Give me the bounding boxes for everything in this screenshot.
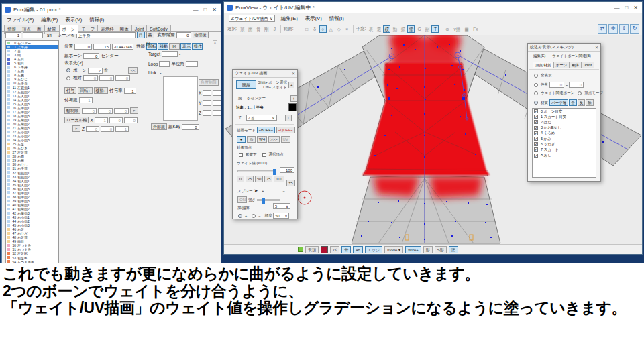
quick-weight-button[interactable]: 0 [237, 176, 244, 182]
bone-list-scrollbar[interactable]: ˄ [213, 40, 217, 263]
bone-list[interactable]: 0 センター 1 上半身 2 首 3 頭 4 左目 5 右目 6 下半身 [5, 40, 59, 263]
material-radio[interactable] [534, 101, 538, 105]
material-filter-button[interactable]: 除 [586, 99, 594, 106]
strength-slider-thumb[interactable] [262, 198, 265, 204]
tab[interactable]: ボーン [59, 25, 79, 34]
bone-dest-field[interactable]: 2 [88, 68, 103, 74]
pmxview-window[interactable]: PmxView - ウェイト/UV 編集中 * — □ ✕ 2:ウェイト/UV描… [223, 1, 643, 255]
quick-weight-button[interactable]: 50 [255, 176, 263, 182]
influence-checkbox[interactable] [239, 153, 243, 157]
local-axis-button[interactable]: ローカル軸 [64, 117, 89, 123]
selected-vertex-checkbox[interactable] [262, 153, 266, 157]
select-type-button[interactable]: 頂 [239, 25, 246, 33]
jp-name-button[interactable]: 日 [137, 32, 145, 38]
en-name-button[interactable]: 英 [146, 32, 154, 38]
vertex-color-swatch[interactable] [321, 246, 328, 253]
menu-item[interactable]: 表示(V) [65, 17, 82, 23]
weight-bone-radio[interactable] [534, 91, 538, 95]
range-from-field[interactable]: 0 [549, 82, 564, 88]
ik-loop-field[interactable] [159, 61, 170, 67]
material-list[interactable]: 0 ボーン目安 1 スカート目安 2 はだ 3 かおEなし 4 くろめ 5 かみ… [532, 108, 596, 178]
brush-type-button[interactable]: >>> [268, 136, 280, 143]
local-x2[interactable]: 0 [109, 117, 123, 123]
toolbar-extra-button[interactable]: ▦ [463, 25, 470, 33]
axis-x-field[interactable]: 0 [82, 108, 97, 114]
brush-type-button[interactable]: ◎ [247, 136, 256, 143]
masking-tab[interactable]: 頂点/材質 [533, 62, 554, 68]
menu-item[interactable]: ファイル(F) [7, 17, 34, 23]
toolbar-extra-button[interactable]: Fx [472, 25, 479, 33]
select-type-button[interactable]: J [271, 25, 278, 33]
menu-item[interactable]: 編集(E) [41, 17, 58, 23]
menu-item[interactable]: 情報(I) [329, 15, 344, 22]
show-all-radio[interactable] [534, 74, 538, 78]
range-shape-button[interactable]: δ [311, 25, 319, 33]
view-nav-icon[interactable]: ↻ [630, 24, 639, 34]
view-toggle-button[interactable]: G [415, 25, 423, 33]
edit-mode-dropdown[interactable]: 2:ウェイト/UV描画 ∨ [229, 15, 275, 22]
statusbar-button[interactable]: mode ▾ [384, 246, 403, 253]
panel-menu-item[interactable]: ウェイトボーン関連(B) [552, 54, 591, 58]
local-x3[interactable]: 0 [124, 117, 138, 123]
statusbar-button[interactable]: Wire+ [405, 246, 421, 253]
view-toggle-button[interactable]: 絞 [383, 25, 390, 33]
bone-name-input[interactable]: 上半身 [76, 32, 136, 38]
statusbar-button[interactable]: 4b [353, 246, 363, 253]
parent-up-button[interactable]: ↑ [290, 95, 297, 102]
grant-button[interactable]: 付与 [64, 87, 76, 94]
ik-z1[interactable] [203, 110, 211, 116]
grant-move-button[interactable]: 移動+ [94, 87, 109, 94]
statusbar-button[interactable]: 影 [423, 246, 433, 253]
grant-rotate-button[interactable]: 回転+ [78, 87, 93, 94]
range-shape-button[interactable]: □ [303, 25, 311, 33]
parent-bone-field[interactable]: 0 [83, 53, 99, 59]
toolbar-extra-button[interactable]: v描 [452, 25, 462, 33]
local-swap-button[interactable]: > [72, 125, 80, 132]
range-shape-button[interactable]: ◇ [335, 25, 343, 33]
view-toggle-button[interactable]: T [431, 25, 439, 33]
pos-y-field[interactable]: 15 [93, 44, 111, 50]
ik-z2[interactable] [213, 110, 221, 116]
weight-uv-dialog[interactable]: ウェイト/UV 描画 ✕ 開始 Shift+ ボーン選択 Ctrl+ スポイト … [232, 69, 298, 219]
minimize-icon[interactable]: — [193, 7, 198, 13]
plus-button[interactable]: + [288, 82, 294, 88]
ik-y1[interactable] [203, 100, 211, 106]
ik-link-listbox[interactable] [163, 76, 198, 121]
view-nav-icon[interactable]: ⇕ [619, 24, 629, 34]
material-checkbox[interactable] [534, 115, 538, 119]
after-physics-button[interactable]: 物理後 [193, 32, 209, 38]
pmx-edit-titlebar[interactable]: Pmx編集 - 01.pmx * — □ ✕ [2, 4, 221, 15]
bdef-mode-button[interactable]: ~BDEF~ [257, 127, 275, 133]
menu-item[interactable]: 情報(I) [89, 17, 104, 23]
material-checkbox[interactable] [534, 137, 538, 141]
select-type-button[interactable]: 骨 [255, 25, 262, 33]
show-vertex-button[interactable]: 表頂 [305, 246, 319, 253]
weight-value-field[interactable]: 100 [280, 167, 294, 173]
close-icon[interactable]: ✕ [292, 71, 295, 76]
relative-radio[interactable] [66, 76, 70, 80]
rel-x-field[interactable]: 0 [83, 75, 98, 81]
bone-flag-button[interactable]: 表示 [180, 43, 191, 50]
material-row[interactable]: 6 うわぎ [533, 141, 596, 147]
close-icon[interactable]: ✕ [595, 45, 598, 50]
local-z3[interactable]: 1 [115, 126, 129, 132]
material-checkbox[interactable] [534, 120, 538, 124]
material-row[interactable]: 7 スカート [533, 147, 596, 152]
axis-z-field[interactable]: 0 [114, 108, 129, 114]
paint-color-swatch[interactable] [288, 103, 297, 111]
child-dropdown[interactable]: 2 首 ∨ [246, 115, 277, 121]
ik-target-field[interactable] [162, 51, 178, 57]
select-type-button[interactable]: 剛 [263, 25, 270, 33]
frequency-dropdown[interactable]: 50 ∨ [273, 213, 289, 219]
layer-field[interactable]: 0 [176, 32, 191, 38]
bone-dest-radio[interactable] [66, 68, 70, 72]
panel-menu-item[interactable]: 編集(E) [533, 54, 545, 58]
ik-y2[interactable] [213, 100, 221, 106]
rel-z-field[interactable]: 0 [115, 75, 130, 81]
bone-flag-button[interactable]: IK [169, 43, 180, 50]
back-button[interactable]: << [128, 67, 138, 74]
statusbar-button[interactable]: エッジ [365, 246, 382, 253]
masking-tab[interactable]: ボーン [553, 62, 570, 68]
parent-key-field[interactable]: 0 [182, 124, 199, 130]
view-nav-icon[interactable]: ⇄ [598, 24, 607, 34]
